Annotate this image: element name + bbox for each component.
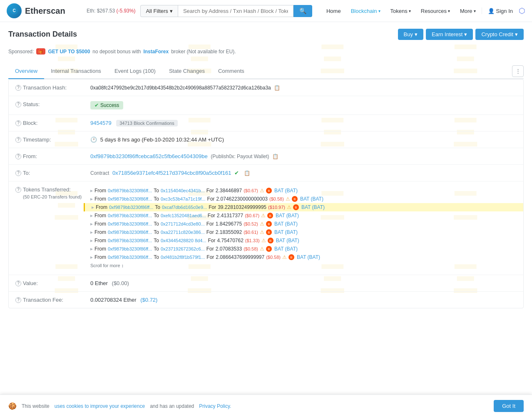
eth-price: Eth: $267.53 (-5.93%) xyxy=(87,8,135,14)
tokens-section: ▸ From 0xf9879bb3230f86ff... To 0x115404… xyxy=(90,186,517,270)
check-icon: ✔ xyxy=(94,102,99,108)
chevron-down-icon: ▾ xyxy=(378,9,380,13)
copy-icon[interactable]: 📋 xyxy=(274,85,280,91)
arrow-icon: ▸ xyxy=(90,254,93,260)
earn-interest-button[interactable]: Earn Interest ▾ xyxy=(426,29,473,40)
nav-more[interactable]: More ▾ xyxy=(456,5,480,17)
bat-token-link[interactable]: BAT (BAT) xyxy=(297,254,320,260)
copy-icon[interactable]: 📋 xyxy=(244,170,250,176)
token-from-addr[interactable]: 0xf9879bb3230f86ff... xyxy=(109,205,153,210)
tab-comments[interactable]: Comments xyxy=(211,64,251,79)
tx-status-value: ✔ Success xyxy=(90,101,517,109)
ethereum-icon: ⬡ xyxy=(519,6,525,15)
bat-token-link[interactable]: BAT (BAT) xyxy=(274,229,298,235)
scroll-more[interactable]: Scroll for more ↕ xyxy=(90,261,517,270)
bat-token-icon: B xyxy=(266,246,272,252)
sign-in-button[interactable]: 👤 Sign In xyxy=(484,5,517,17)
nav-tokens[interactable]: Tokens ▾ xyxy=(386,5,415,17)
buy-button[interactable]: Buy ▾ xyxy=(398,29,423,40)
to-address-link[interactable]: 0x71856e9371efc4f5217d3794cbc8f90a5cb0f1… xyxy=(112,170,231,176)
help-icon[interactable]: ? xyxy=(15,85,21,91)
token-from-addr[interactable]: 0xf9879bb3230f86ff... xyxy=(108,196,152,201)
clock-icon: 🕐 xyxy=(90,137,97,143)
nav-resources[interactable]: Resources ▾ xyxy=(417,5,454,17)
token-from-addr[interactable]: 0xf9879bb3230f86ff... xyxy=(108,213,152,218)
bat-token-icon: B xyxy=(266,188,272,194)
help-icon[interactable]: ? xyxy=(15,137,21,143)
token-from-addr[interactable]: 0xf9879bb3230f86ff... xyxy=(108,221,152,226)
bat-token-link[interactable]: BAT (BAT) xyxy=(274,188,298,194)
tabs-more-button[interactable]: ⋮ xyxy=(512,65,524,77)
content-area: Transaction Details Buy ▾ Earn Interest … xyxy=(8,29,524,308)
token-transfer-row: ▸ From 0xf9879bb3230f86ff... To 0xefc135… xyxy=(90,211,517,220)
search-input[interactable] xyxy=(178,5,293,17)
bat-token-link[interactable]: BAT (BAT) xyxy=(274,221,298,227)
token-from-addr[interactable]: 0xf9879bb3230f86ff... xyxy=(108,230,152,235)
token-to-addr[interactable]: 0x43445428820 8d4... xyxy=(161,238,206,243)
token-to-addr[interactable]: 0xc3c53b47a71c19f... xyxy=(161,196,206,201)
chevron-down-icon: ▾ xyxy=(170,8,173,14)
bat-token-link[interactable]: BAT (BAT) xyxy=(301,204,325,210)
token-to-addr[interactable]: 0x271712d4cd3e80... xyxy=(161,221,205,226)
sponsor-link[interactable]: GET UP TO $5000 xyxy=(48,49,90,55)
help-icon[interactable]: ? xyxy=(15,170,21,176)
warning-icon: ⚠ xyxy=(260,188,264,194)
block-number-link[interactable]: 9454579 xyxy=(90,120,112,126)
token-transfer-row: ▸ From 0xf9879bb3230f86ff... To 0x271712… xyxy=(90,220,517,228)
tx-tokens-label: ? Tokens Transferred: (50 ERC-20 Transfe… xyxy=(15,186,90,199)
filter-dropdown[interactable]: All Filters ▾ xyxy=(140,5,177,17)
token-to-addr[interactable]: 0xefc13520481aed6... xyxy=(161,213,206,218)
from-address-link[interactable]: 0xf9879bb3230f86ffcebca652c5fb6ec4504309… xyxy=(90,153,208,159)
page-header: Transaction Details Buy ▾ Earn Interest … xyxy=(8,29,524,40)
warning-icon: ⚠ xyxy=(282,254,287,260)
token-from-addr[interactable]: 0xf9879bb3230f86ff... xyxy=(108,246,152,251)
help-icon[interactable]: ? xyxy=(15,297,21,303)
tx-fee-label: ? Transaction Fee: xyxy=(15,297,90,303)
page-title: Transaction Details xyxy=(8,30,77,39)
token-to-addr[interactable]: 0xcaf7db6d165c0e9... xyxy=(162,205,207,210)
etherscan-logo[interactable]: C xyxy=(7,3,22,18)
tab-internal-transactions[interactable]: Internal Transactions xyxy=(44,64,108,79)
warning-icon: ⚠ xyxy=(260,229,264,235)
arrow-icon: ▸ xyxy=(92,204,94,210)
tabs-bar: Overview Internal Transactions Event Log… xyxy=(8,64,524,79)
tx-status-label: ? Status: xyxy=(15,101,90,107)
token-to-addr[interactable]: 0xf481b2f8f1b579f1... xyxy=(161,255,205,260)
token-from-addr[interactable]: 0xf9879bb3230f86ff... xyxy=(108,188,152,193)
warning-icon: ⚠ xyxy=(260,246,264,252)
warning-icon: ⚠ xyxy=(286,196,290,202)
status-badge: ✔ Success xyxy=(90,101,123,109)
tx-timestamp-row: ? Timestamp: 🕐 5 days 8 hrs ago (Feb-10-… xyxy=(9,132,523,148)
tx-to-row: ? To: Contract 0x71856e9371efc4f5217d379… xyxy=(9,165,523,181)
copy-icon[interactable]: 📋 xyxy=(272,154,278,159)
help-icon[interactable]: ? xyxy=(15,187,21,193)
token-from-addr[interactable]: 0xf9879bb3230f86ff... xyxy=(108,255,152,260)
nav-divider xyxy=(482,7,482,14)
help-icon[interactable]: ? xyxy=(15,280,21,286)
main-nav: Home Blockchain ▾ Tokens ▾ Resources ▾ M… xyxy=(322,5,525,17)
token-to-addr[interactable]: 0x1154040ec4341b... xyxy=(161,188,205,193)
nav-home[interactable]: Home xyxy=(322,5,345,17)
nav-blockchain[interactable]: Blockchain ▾ xyxy=(347,5,385,17)
bat-token-link[interactable]: BAT (BAT) xyxy=(274,246,298,252)
chevron-down-icon: ▾ xyxy=(448,9,450,13)
search-button[interactable]: 🔍 xyxy=(293,5,312,17)
crypto-credit-button[interactable]: Crypto Credit ▾ xyxy=(475,29,524,40)
help-icon[interactable]: ? xyxy=(15,154,21,159)
tx-to-value: Contract 0x71856e9371efc4f5217d3794cbc8f… xyxy=(90,170,517,176)
action-buttons: Buy ▾ Earn Interest ▾ Crypto Credit ▾ xyxy=(398,29,524,40)
bat-token-link[interactable]: BAT (BAT) xyxy=(300,196,323,202)
tab-state-changes[interactable]: State Changes xyxy=(162,64,211,79)
bat-token-icon: B xyxy=(266,221,272,227)
tab-event-logs[interactable]: Event Logs (100) xyxy=(108,64,162,79)
token-transfer-row: ▸ From 0xf9879bb3230f86ff... To 0x115404… xyxy=(90,186,517,195)
token-to-addr[interactable]: 0xa22711c820e386... xyxy=(161,230,205,235)
token-to-addr[interactable]: 0x237192672362c6... xyxy=(161,246,205,251)
help-icon[interactable]: ? xyxy=(15,102,21,107)
bat-token-link[interactable]: BAT (BAT) xyxy=(276,238,299,243)
token-from-addr[interactable]: 0xf9879bb3230f86ff... xyxy=(108,238,152,243)
help-icon[interactable]: ? xyxy=(15,120,21,126)
bat-token-link[interactable]: BAT (BAT) xyxy=(276,213,299,218)
tab-overview[interactable]: Overview xyxy=(8,64,44,79)
sponsor-icon: 🎁 xyxy=(36,48,45,55)
